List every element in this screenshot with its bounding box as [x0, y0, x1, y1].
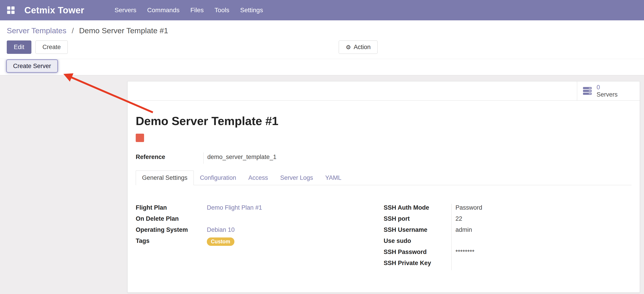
- form-sheet: 0 Servers Demo Server Template #1 Refere…: [127, 81, 640, 293]
- field-label-ssh-password: SSH Password: [384, 248, 452, 259]
- field-group-right: SSH Auth Mode Password SSH port 22 SSH U…: [384, 204, 632, 270]
- create-button[interactable]: Create: [36, 41, 68, 54]
- nav-item-commands[interactable]: Commands: [142, 0, 185, 20]
- sheet-body: Demo Server Template #1 Reference demo_s…: [128, 114, 640, 270]
- gear-icon: ⚙: [346, 44, 351, 50]
- create-server-button[interactable]: Create Server: [6, 60, 58, 73]
- field-value-use-sudo: [452, 237, 632, 248]
- field-value-flight-plan[interactable]: Demo Flight Plan #1: [207, 204, 262, 215]
- stat-button-text: 0 Servers: [596, 84, 618, 98]
- field-value-ssh-auth-mode: Password: [452, 204, 632, 215]
- tag-badge-custom: Custom: [207, 237, 234, 246]
- app-brand[interactable]: Cetmix Tower: [24, 5, 84, 15]
- reference-field-row: Reference demo_server_template_1: [136, 153, 632, 164]
- field-group-left: Flight Plan Demo Flight Plan #1 On Delet…: [136, 204, 384, 270]
- servers-icon: [582, 86, 592, 96]
- apps-grid-icon[interactable]: [7, 6, 15, 14]
- field-label-ssh-username: SSH Username: [384, 226, 452, 237]
- field-label-operating-system: Operating System: [136, 226, 207, 237]
- field-row-on-delete-plan: On Delete Plan: [136, 215, 384, 226]
- breadcrumb-parent-link[interactable]: Server Templates: [7, 26, 66, 35]
- field-value-operating-system[interactable]: Debian 10: [207, 226, 234, 237]
- field-row-ssh-username: SSH Username admin: [384, 226, 632, 237]
- reference-label: Reference: [136, 153, 204, 164]
- field-value-ssh-password: ********: [452, 248, 632, 259]
- field-row-operating-system: Operating System Debian 10: [136, 226, 384, 237]
- field-row-ssh-port: SSH port 22: [384, 215, 632, 226]
- breadcrumb: Server Templates / Demo Server Template …: [0, 20, 644, 38]
- form-statusbar: Create Server: [0, 59, 644, 75]
- tab-access[interactable]: Access: [242, 171, 274, 185]
- control-panel: Edit Create ⚙ Action: [0, 38, 644, 59]
- edit-button[interactable]: Edit: [7, 41, 32, 54]
- field-label-on-delete-plan: On Delete Plan: [136, 215, 207, 226]
- breadcrumb-separator: /: [72, 26, 74, 35]
- color-swatch: [136, 134, 144, 142]
- tab-general-settings[interactable]: General Settings: [136, 171, 194, 185]
- stat-button-servers[interactable]: 0 Servers: [577, 81, 640, 100]
- field-row-ssh-auth-mode: SSH Auth Mode Password: [384, 204, 632, 215]
- reference-value: demo_server_template_1: [204, 153, 276, 164]
- field-groups: Flight Plan Demo Flight Plan #1 On Delet…: [136, 185, 632, 270]
- field-label-ssh-auth-mode: SSH Auth Mode: [384, 204, 452, 215]
- field-label-use-sudo: Use sudo: [384, 237, 452, 248]
- nav-item-servers[interactable]: Servers: [109, 0, 142, 20]
- field-label-ssh-private-key: SSH Private Key: [384, 259, 452, 270]
- nav-item-files[interactable]: Files: [185, 0, 209, 20]
- field-row-ssh-password: SSH Password ********: [384, 248, 632, 259]
- button-box: 0 Servers: [128, 81, 640, 101]
- field-label-flight-plan: Flight Plan: [136, 204, 207, 215]
- action-button-label: Action: [354, 44, 370, 51]
- nav-item-settings[interactable]: Settings: [234, 0, 268, 20]
- tab-server-logs[interactable]: Server Logs: [274, 171, 319, 185]
- field-row-tags: Tags Custom: [136, 237, 384, 248]
- top-navbar: Cetmix Tower Servers Commands Files Tool…: [0, 0, 644, 20]
- field-value-tags: Custom: [207, 237, 234, 248]
- field-value-ssh-username: admin: [452, 226, 632, 237]
- field-value-ssh-port: 22: [452, 215, 632, 226]
- record-title: Demo Server Template #1: [136, 114, 632, 128]
- tab-configuration[interactable]: Configuration: [194, 171, 242, 185]
- field-row-ssh-private-key: SSH Private Key: [384, 259, 632, 270]
- tab-yaml[interactable]: YAML: [319, 171, 348, 185]
- content-area: 0 Servers Demo Server Template #1 Refere…: [0, 81, 644, 293]
- field-row-flight-plan: Flight Plan Demo Flight Plan #1: [136, 204, 384, 215]
- notebook-tabs: General Settings Configuration Access Se…: [136, 171, 632, 185]
- stat-label: Servers: [596, 91, 618, 98]
- field-label-ssh-port: SSH port: [384, 215, 452, 226]
- breadcrumb-current: Demo Server Template #1: [79, 26, 168, 35]
- main-menu: Servers Commands Files Tools Settings: [109, 0, 268, 20]
- field-label-tags: Tags: [136, 237, 207, 248]
- field-value-ssh-private-key: [452, 259, 632, 270]
- action-button[interactable]: ⚙ Action: [339, 41, 378, 54]
- stat-count: 0: [596, 84, 618, 91]
- nav-item-tools[interactable]: Tools: [209, 0, 234, 20]
- field-row-use-sudo: Use sudo: [384, 237, 632, 248]
